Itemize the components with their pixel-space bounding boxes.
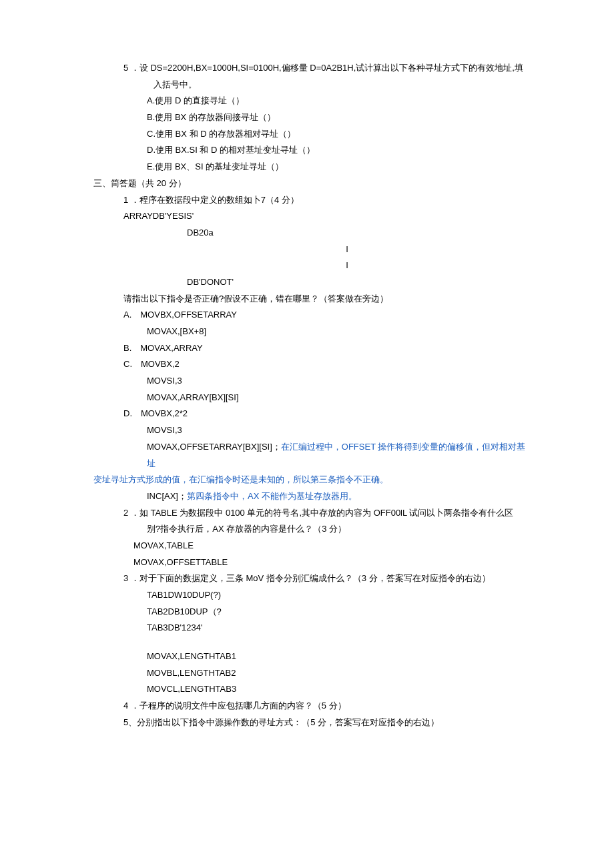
- q5b-stem: 分别指出以下指令中源操作数的寻址方式：（5 分，答案写在对应指令的右边）: [137, 717, 439, 727]
- q1-array-line3: DB'DONOT': [80, 274, 534, 291]
- q3-m1: MOVAX,LENGTHTAB1: [80, 648, 534, 665]
- q1-d-head: D. MOVBX,2*2: [80, 406, 534, 422]
- q3-t3: TAB3DB'1234': [80, 620, 534, 636]
- q2-stem-b: 别?指令执行后，AX 存放器的内容是什么？（3 分）: [80, 521, 534, 538]
- q3-m2: MOVBL,LENGTHTAB2: [80, 665, 534, 682]
- q1-a-l1: MOVAX,[BX+8]: [80, 324, 534, 340]
- q5-opt-c: C.使用 BX 和 D 的存放器相对寻址（）: [80, 126, 534, 143]
- q1-stem: 程序在数据段中定义的数组如卜7（4 分）: [139, 195, 299, 205]
- q1-b-head: B. MOVAX,ARRAY: [80, 340, 534, 357]
- q1-c-l2: MOVAX,ARRAY[BX][SI]: [80, 390, 534, 406]
- q1-array-line2: DB20a: [80, 225, 534, 242]
- q1-d-l4-note: 第四条指令中，AX 不能作为基址存放器用。: [187, 491, 357, 501]
- q3-m3: MOVCL,LENGTHTAB3: [80, 681, 534, 698]
- q5-opt-d: D.使用 BX.SI 和 D 的相对基址变址寻址（）: [80, 142, 534, 159]
- q1-a-head: A. MOVBX,OFFSETARRAY: [80, 307, 534, 324]
- q4-number: 4 ．: [123, 701, 139, 711]
- q1-d-l2: MOVAX,OFFSETARRAY[BX][SI]；在汇编过程中，OFFSET …: [80, 439, 534, 472]
- question-3: 3 ．对于下面的数据定义，三条 MoV 指令分别汇编成什么？（3 分，答案写在对…: [80, 570, 534, 587]
- q1-ask: 请指出以下指令是否正确?假设不正确，错在哪里？（答案做在旁边）: [80, 291, 534, 308]
- q3-stem: 对于下面的数据定义，三条 MoV 指令分别汇编成什么？（3 分，答案写在对应指令…: [139, 573, 491, 583]
- question-5b: 5、分别指出以下指令中源操作数的寻址方式：（5 分，答案写在对应指令的右边）: [80, 715, 534, 731]
- q3-number: 3 ．: [123, 573, 139, 583]
- q1-d-l1: MOVSI,3: [80, 422, 534, 439]
- q1-d-l4-code: INC[AX]；: [147, 491, 187, 501]
- question-1: 1 ．程序在数据段中定义的数组如卜7（4 分）: [80, 192, 534, 209]
- q2-l2: MOVAX,OFFSETTABLE: [80, 554, 534, 571]
- q1-d-l3: 变址寻址方式形成的值，在汇编指令时还是未知的，所以第三条指令不正确。: [80, 472, 534, 488]
- q2-number: 2 ．: [123, 508, 139, 518]
- q5-stem-cont: 入括号中。: [80, 77, 534, 93]
- q4-stem: 子程序的说明文件中应包括哪几方面的内容？（5 分）: [139, 701, 346, 711]
- q2-l1: MOVAX,TABLE: [80, 538, 534, 554]
- q1-d-l2-code: MOVAX,OFFSETARRAY[BX][SI]；: [147, 442, 281, 452]
- spacer: [80, 636, 534, 648]
- question-4: 4 ．子程序的说明文件中应包括哪几方面的内容？（5 分）: [80, 698, 534, 715]
- question-5: 5 ．设 DS=2200H,BX=1000H,SI=0100H,偏移量 D=0A…: [80, 60, 534, 77]
- q1-array-line1: ARRAYDB'YESIS': [80, 208, 534, 225]
- q1-d-l4: INC[AX]；第四条指令中，AX 不能作为基址存放器用。: [80, 488, 534, 505]
- q5-number: 5 ．: [123, 63, 139, 73]
- q3-t2: TAB2DB10DUP（?: [80, 604, 534, 620]
- q5b-number: 5、: [123, 717, 137, 727]
- q5-opt-b: B.使用 BX 的存放器间接寻址（）: [80, 109, 534, 126]
- question-2: 2 ．如 TABLE 为数据段中 0100 单元的符号名,其中存放的内容为 OF…: [80, 505, 534, 522]
- q1-c-head: C. MOVBX,2: [80, 356, 534, 373]
- q3-t1: TAB1DW10DUP(?): [80, 587, 534, 604]
- q5-stem-a: 设 DS=2200H,BX=1000H,SI=0100H,偏移量 D=0A2B1…: [139, 63, 523, 73]
- document-page: 5 ．设 DS=2200H,BX=1000H,SI=0100H,偏移量 D=0A…: [0, 0, 614, 791]
- q1-c-l1: MOVSI,3: [80, 373, 534, 390]
- q5-opt-a: A.使用 D 的直接寻址（）: [80, 93, 534, 109]
- q1-i-line1: I: [80, 242, 534, 258]
- q1-number: 1 ．: [123, 195, 139, 205]
- section-3-heading: 三、简答题（共 20 分）: [80, 175, 534, 192]
- q2-stem-a: 如 TABLE 为数据段中 0100 单元的符号名,其中存放的内容为 OFF00…: [139, 508, 514, 518]
- q5-opt-e: E.使用 BX、SI 的基址变址寻址（）: [80, 159, 534, 175]
- q1-i-line2: I: [80, 258, 534, 274]
